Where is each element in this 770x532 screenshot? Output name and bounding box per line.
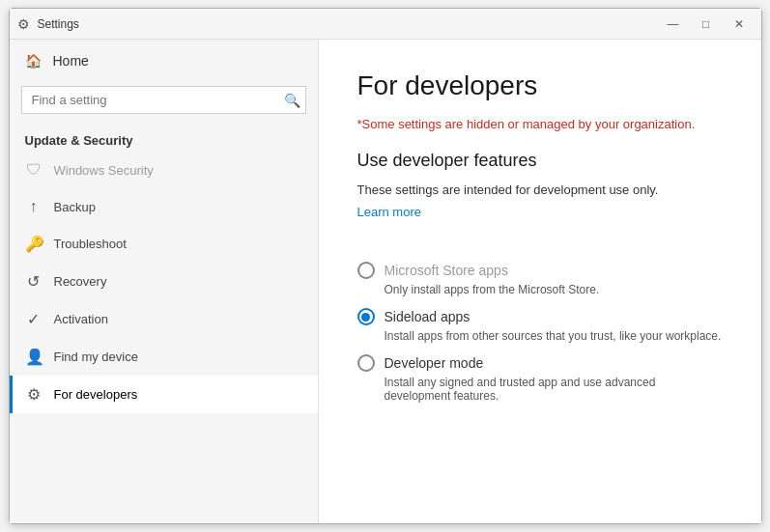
sideload-sublabel: Install apps from other sources that you… bbox=[385, 329, 723, 343]
sidebar-item-label: Recovery bbox=[54, 274, 107, 289]
sidebar-item-activation[interactable]: ✓ Activation bbox=[10, 300, 318, 338]
recovery-icon: ↺ bbox=[25, 272, 43, 291]
sideload-label: Sideload apps bbox=[385, 309, 471, 324]
for-developers-icon: ⚙ bbox=[25, 385, 43, 404]
sidebar-item-label: For developers bbox=[54, 387, 138, 402]
developer-mode-options: Microsoft Store apps Only install apps f… bbox=[357, 262, 723, 403]
sidebar-item-troubleshoot[interactable]: 🔑 Troubleshoot bbox=[10, 225, 318, 263]
sideload-label-row: Sideload apps bbox=[357, 308, 723, 325]
maximize-button[interactable]: □ bbox=[692, 14, 721, 35]
ms-store-label-row: Microsoft Store apps bbox=[357, 262, 723, 279]
developer-mode-label-row: Developer mode bbox=[357, 354, 723, 372]
title-bar: ⚙ Settings — □ ✕ bbox=[10, 9, 761, 40]
sidebar-section-title: Update & Security bbox=[10, 126, 318, 152]
title-bar-left: ⚙ Settings bbox=[17, 16, 79, 32]
developer-mode-label: Developer mode bbox=[385, 355, 484, 371]
sidebar-item-backup[interactable]: ↑ Backup bbox=[10, 188, 318, 225]
sidebar-item-for-developers[interactable]: ⚙ For developers bbox=[10, 376, 318, 413]
sidebar: 🏠 Home 🔍 Update & Security 🛡 Windows Sec… bbox=[10, 40, 319, 523]
developer-mode-radio[interactable] bbox=[357, 354, 375, 372]
learn-more-link[interactable]: Learn more bbox=[357, 205, 421, 219]
windows-security-icon: 🛡 bbox=[25, 161, 43, 179]
home-icon: 🏠 bbox=[25, 53, 42, 69]
title-bar-controls: — □ ✕ bbox=[659, 14, 754, 35]
close-button[interactable]: ✕ bbox=[725, 14, 754, 35]
sidebar-item-windows-security[interactable]: 🛡 Windows Security bbox=[10, 152, 318, 188]
search-icon-button[interactable]: 🔍 bbox=[284, 93, 300, 108]
sidebar-item-home[interactable]: 🏠 Home bbox=[10, 40, 318, 82]
developer-mode-option: Developer mode Install any signed and tr… bbox=[357, 354, 723, 403]
sidebar-item-label: Windows Security bbox=[54, 163, 154, 178]
sidebar-item-label: Activation bbox=[54, 312, 108, 326]
sideload-radio[interactable] bbox=[357, 308, 375, 325]
ms-store-sublabel: Only install apps from the Microsoft Sto… bbox=[385, 283, 723, 296]
search-input[interactable] bbox=[21, 86, 306, 114]
sidebar-item-label: Find my device bbox=[54, 350, 138, 364]
sidebar-item-find-my-device[interactable]: 👤 Find my device bbox=[10, 338, 318, 376]
settings-app-icon: ⚙ bbox=[17, 16, 30, 32]
sidebar-search: 🔍 bbox=[21, 86, 306, 114]
troubleshoot-icon: 🔑 bbox=[25, 235, 43, 253]
ms-store-option: Microsoft Store apps Only install apps f… bbox=[357, 262, 723, 296]
sidebar-item-label: Troubleshoot bbox=[54, 237, 127, 251]
content-area: 🏠 Home 🔍 Update & Security 🛡 Windows Sec… bbox=[10, 40, 761, 523]
developer-features-title: Use developer features bbox=[357, 151, 723, 171]
page-title: For developers bbox=[357, 70, 723, 101]
sidebar-item-recovery[interactable]: ↺ Recovery bbox=[10, 263, 318, 300]
ms-store-label: Microsoft Store apps bbox=[385, 263, 508, 278]
minimize-button[interactable]: — bbox=[659, 14, 688, 35]
sidebar-item-label: Backup bbox=[54, 200, 96, 214]
section-description: These settings are intended for developm… bbox=[357, 182, 723, 197]
sideload-option: Sideload apps Install apps from other so… bbox=[357, 308, 723, 343]
backup-icon: ↑ bbox=[25, 198, 43, 215]
sidebar-home-label: Home bbox=[53, 53, 89, 69]
main-content: For developers *Some settings are hidden… bbox=[319, 40, 761, 523]
settings-window: ⚙ Settings — □ ✕ 🏠 Home 🔍 Update & Secur… bbox=[9, 8, 762, 524]
find-my-device-icon: 👤 bbox=[25, 348, 43, 366]
developer-mode-sublabel: Install any signed and trusted app and u… bbox=[385, 376, 723, 403]
activation-icon: ✓ bbox=[25, 310, 43, 328]
ms-store-radio[interactable] bbox=[357, 262, 375, 279]
title-bar-title: Settings bbox=[38, 17, 79, 31]
org-warning: *Some settings are hidden or managed by … bbox=[357, 117, 723, 131]
